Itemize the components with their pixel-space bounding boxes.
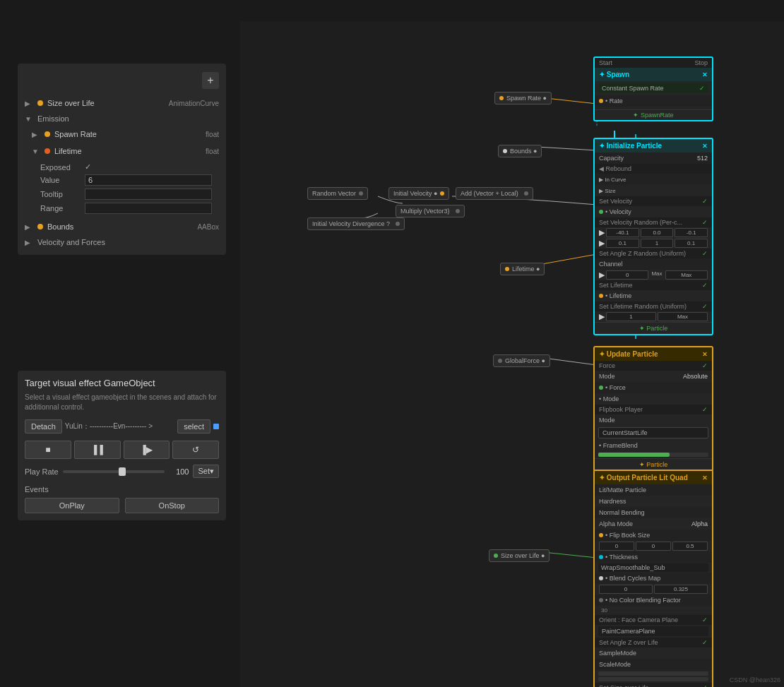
no-color-val: 30 [598, 607, 708, 614]
add-button[interactable]: + [202, 72, 219, 89]
init-particle-footer: ✦ Particle [595, 322, 712, 334]
flip-book-size-val: 0 0 0.5 [595, 541, 712, 551]
paint-camera-plane: PaintCameraPlane [598, 626, 708, 636]
spawn-title: ✦ Spawn ✕ [595, 68, 712, 81]
angle-section: Set Angle Z Random (Uniform) ✓ [595, 249, 712, 258]
emission-section[interactable]: ▼ Emission [18, 112, 226, 126]
update-title: ✦ Update Particle ✕ [595, 347, 712, 361]
svg-line-3 [537, 147, 597, 150]
initial-velocity-divergence-mini: Initial Velocity Divergence ? [307, 217, 405, 230]
expand-arrow[interactable]: ▶ [25, 100, 33, 107]
rebound-section: ◀ Rebound [595, 164, 712, 174]
port-icon [505, 267, 509, 271]
exposed-checkbox[interactable]: ✓ [85, 162, 91, 172]
port-icon [599, 598, 603, 602]
velocity-section[interactable]: ▶ Velocity and Forces [18, 235, 226, 249]
step-button[interactable]: ▐▶ [124, 441, 170, 459]
flipmode-row: Mode [595, 414, 712, 426]
port-icon [599, 210, 603, 214]
lifetime-node-row: • Lifetime [595, 290, 712, 301]
angle-life-section: Set Angle Z over Life ✓ [595, 638, 712, 647]
expand-arrow[interactable]: ▼ [25, 115, 33, 123]
stop-button[interactable]: ■ [25, 441, 71, 459]
spawn-rate-label: Spawn Rate [54, 130, 201, 138]
property-type: float [206, 148, 219, 155]
expand-arrow[interactable]: ▶ [32, 131, 40, 138]
spawn-particle: ✦ SpawnRate [595, 109, 712, 120]
vec-row-2: ▶ 0.1 1 0.1 [595, 238, 712, 249]
panel-header: + [18, 69, 226, 95]
dot-icon [37, 224, 43, 229]
spawn-top-right: Stop [694, 59, 708, 66]
spawn-top-left: Start [599, 59, 612, 66]
property-type: AABox [197, 223, 219, 231]
port-icon [599, 386, 603, 390]
slider-thumb [119, 467, 126, 476]
velocity-row: • Velocity [595, 206, 712, 217]
init-close[interactable]: ✕ [702, 143, 708, 150]
bounds-row[interactable]: ▶ Bounds AABox [18, 218, 226, 235]
vec2-y: 1 [641, 239, 674, 248]
output-node: ✦ Output Particle Lit Quad ✕ Lit/Matte P… [593, 470, 713, 687]
force-row: • Force [595, 382, 712, 393]
dot-icon [44, 131, 50, 137]
events-row: OnPlay OnStop [25, 498, 219, 513]
sample-mode-row: SampleMode [595, 647, 712, 659]
spawn-rate-mini: Spawn Rate ● [494, 92, 552, 104]
port-icon [524, 191, 528, 196]
size-over-life-row[interactable]: ▶ Size over Life AnimationCurve [18, 95, 226, 112]
size-over-life-mini: Size over Life ● [489, 549, 550, 562]
output-close[interactable]: ✕ [702, 474, 708, 482]
property-label: Size over Life [47, 99, 165, 107]
onstop-button[interactable]: OnStop [125, 498, 220, 513]
select-button[interactable]: select [177, 419, 210, 434]
property-type: AnimationCurve [169, 100, 219, 107]
port-icon [498, 359, 502, 363]
size-life-section: Set Size over Life ✓ [595, 683, 712, 687]
no-color-row: • No Color Blending Factor [595, 595, 712, 606]
vec2-x: 0.1 [606, 239, 639, 248]
port-icon [599, 576, 603, 580]
range-label: Range [40, 204, 79, 213]
port-icon [396, 222, 400, 226]
dot-icon [37, 100, 43, 106]
tooltip-input[interactable] [85, 189, 212, 200]
spawn-close[interactable]: ✕ [702, 71, 708, 78]
update-close[interactable]: ✕ [702, 351, 708, 358]
expand-arrow[interactable]: ▶ [25, 239, 33, 246]
port-icon [494, 554, 498, 558]
lifetime-row[interactable]: ▼ Lifetime float [18, 143, 226, 160]
expand-arrow[interactable]: ▶ [25, 223, 33, 231]
port-icon [503, 149, 507, 153]
capacity-row: Capacity 512 [595, 153, 712, 164]
blend-val: 0 0.325 [595, 584, 712, 595]
property-type: float [206, 131, 219, 138]
detach-button[interactable]: Detach [25, 419, 62, 434]
blend-cycles-row: • Blend Cycles Map [595, 573, 712, 584]
node-graph: Start Stop ✦ Spawn ✕ Constant Spawn Rate… [240, 21, 784, 687]
pause-button[interactable]: ▐▐ [74, 441, 121, 459]
value-input[interactable] [85, 174, 212, 186]
exposed-row: Exposed ✓ [40, 161, 219, 173]
frameblend-row: CurrentStartLife [598, 427, 708, 438]
expand-arrow[interactable]: ▼ [32, 148, 40, 155]
port-icon [456, 209, 460, 213]
onplay-button[interactable]: OnPlay [25, 498, 119, 513]
value-row: Value [40, 173, 219, 187]
update-particle-footer: ✦ Particle [595, 458, 712, 470]
force-section: Force ✓ [595, 361, 712, 371]
force-mode-row: Mode Absolute [595, 371, 712, 382]
spawn-rate-row[interactable]: ▶ Spawn Rate float [18, 126, 226, 143]
angle-bar2 [598, 677, 708, 681]
section-label: Velocity and Forces [37, 238, 105, 246]
loop-button[interactable]: ↺ [172, 441, 219, 459]
vec-row-1: ▶ -40.1 0.0 -0.1 [595, 227, 712, 238]
range-input[interactable] [85, 203, 212, 214]
set-button[interactable]: Set▾ [193, 465, 219, 478]
play-rate-slider[interactable] [63, 470, 165, 473]
port-icon [359, 191, 363, 196]
play-rate-value: 100 [169, 467, 189, 476]
init-node: ✦ Initialize Particle ✕ Capacity 512 ◀ R… [593, 138, 713, 335]
bottom-panel: Target visual effect GameObject Select a… [18, 371, 226, 520]
lifetime-label: Lifetime [54, 147, 201, 155]
